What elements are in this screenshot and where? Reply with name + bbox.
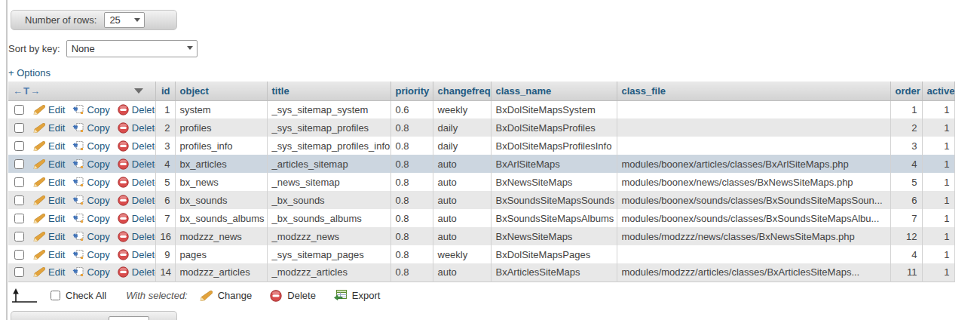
table-row: Edit Copy Delete 3 profiles_info [8,137,954,155]
delete-circle-icon [118,122,129,134]
table-row: Edit Copy Delete 16 modzzz_news [8,227,954,245]
row-select-checkbox[interactable] [14,250,24,260]
row-select-checkbox[interactable] [14,105,24,115]
row-delete-link[interactable]: Delete [118,158,155,170]
row-delete-link[interactable]: Delete [118,104,155,115]
sort-by-key-select[interactable]: None [66,40,198,57]
cell-priority: 0.8 [390,137,433,155]
cell-changefreq: weekly [433,100,491,118]
cell-object: pages [175,245,267,263]
row-select-checkbox[interactable] [14,159,24,169]
cell-active: 1 [922,155,954,173]
row-select-checkbox[interactable] [14,214,24,223]
cell-order: 4 [890,245,922,263]
column-header-title[interactable]: title [267,82,390,100]
cell-class-name: BxNewsSiteMaps [491,173,617,191]
cell-id: 6 [155,191,175,209]
row-copy-link[interactable]: Copy [72,122,109,134]
column-header-changefreq[interactable]: changefreq [433,82,491,100]
cell-changefreq: daily [433,137,491,155]
column-header-id[interactable]: id [155,82,175,100]
row-copy-link[interactable]: Copy [72,231,109,242]
table-row: Edit Copy Delete 4 bx_articles [8,155,954,173]
options-toggle-link[interactable]: + Options [8,67,51,78]
bottom-rows-select[interactable] [109,316,149,320]
row-select-checkbox[interactable] [14,232,24,242]
cell-class-file: modules/modzzz/news/classes/BxNewsSiteMa… [617,227,890,245]
row-delete-link[interactable]: Delete [118,195,155,206]
pencil-icon [33,123,45,133]
row-copy-link[interactable]: Copy [72,158,109,170]
export-icon [334,290,347,301]
row-delete-link[interactable]: Delete [118,177,155,188]
row-copy-link[interactable]: Copy [72,213,109,224]
row-edit-link[interactable]: Edit [33,158,65,170]
row-edit-link[interactable]: Edit [33,140,65,152]
copy-icon [72,214,84,223]
cell-id: 5 [155,173,175,191]
cell-object: modzzz_articles [175,263,267,282]
row-copy-link[interactable]: Copy [72,140,109,152]
with-selected-delete-button[interactable]: Delete [270,290,316,302]
row-edit-link[interactable]: Edit [33,122,65,134]
row-select-checkbox[interactable] [14,123,24,133]
cell-title: _bx_sounds_albums [267,209,390,227]
row-copy-link[interactable]: Copy [72,249,109,260]
row-delete-link[interactable]: Delete [118,213,155,224]
with-selected-export-button[interactable]: Export [334,290,381,301]
row-copy-link[interactable]: Copy [72,266,109,278]
delete-circle-icon [118,177,129,188]
row-edit-link[interactable]: Edit [33,266,65,278]
row-delete-link[interactable]: Delete [118,140,155,152]
row-copy-link[interactable]: Copy [72,195,109,206]
cell-order: 5 [890,173,922,191]
cell-order: 4 [890,155,922,173]
row-edit-link[interactable]: Edit [33,177,65,188]
row-copy-link[interactable]: Copy [72,104,109,115]
check-all-label[interactable]: Check All [66,290,106,301]
row-select-checkbox[interactable] [14,177,24,187]
row-edit-link[interactable]: Edit [33,213,65,224]
cell-id: 4 [155,155,175,173]
with-selected-change-button[interactable]: Change [200,290,253,301]
cell-changefreq: auto [433,227,491,245]
row-delete-link[interactable]: Delete [118,249,155,260]
row-delete-link[interactable]: Delete [118,266,155,278]
column-header-class-file[interactable]: class_file [617,82,890,100]
row-actions-cell: Edit Copy Delete [8,245,155,263]
table-row: Edit Copy Delete 7 bx_sounds_albums [8,209,954,227]
row-edit-link[interactable]: Edit [33,231,65,242]
cell-priority: 0.8 [390,245,433,263]
cell-active: 1 [922,227,954,245]
row-copy-link[interactable]: Copy [72,177,109,188]
table-structure-links-icon[interactable]: ←T→ [13,85,41,97]
column-header-order[interactable]: order [890,82,922,100]
row-delete-link[interactable]: Delete [118,231,155,242]
row-select-checkbox[interactable] [14,141,24,151]
cell-class-file [617,137,890,155]
cell-title: _sys_sitemap_profiles_info [267,137,390,155]
row-edit-link[interactable]: Edit [33,104,65,115]
bottom-number-of-rows-bar [11,311,177,320]
check-all-checkbox[interactable] [51,291,60,300]
column-header-active[interactable]: active [922,82,954,100]
column-header-object[interactable]: object [175,82,267,100]
pencil-icon [33,105,45,115]
row-edit-link[interactable]: Edit [33,195,65,206]
row-select-checkbox[interactable] [14,195,24,205]
number-of-rows-label: Number of rows: [25,14,96,26]
row-delete-link[interactable]: Delete [118,122,155,134]
cell-active: 1 [922,118,954,137]
number-of-rows-select[interactable]: 25 [104,12,145,28]
with-selected-bar: Check All With selected: Change Delete E… [10,286,980,306]
row-actions-cell: Edit Copy Delete [8,227,155,245]
cell-class-name: BxDolSiteMapsProfilesInfo [491,137,617,155]
row-edit-link[interactable]: Edit [33,249,65,260]
number-of-rows-select-wrap: 25 [104,12,145,28]
row-select-checkbox[interactable] [14,267,24,277]
cell-changefreq: auto [433,155,491,173]
column-header-priority[interactable]: priority [390,82,433,100]
cell-priority: 0.8 [390,155,433,173]
column-header-class-name[interactable]: class_name [491,82,617,100]
column-visibility-dropdown-icon[interactable] [134,88,143,94]
